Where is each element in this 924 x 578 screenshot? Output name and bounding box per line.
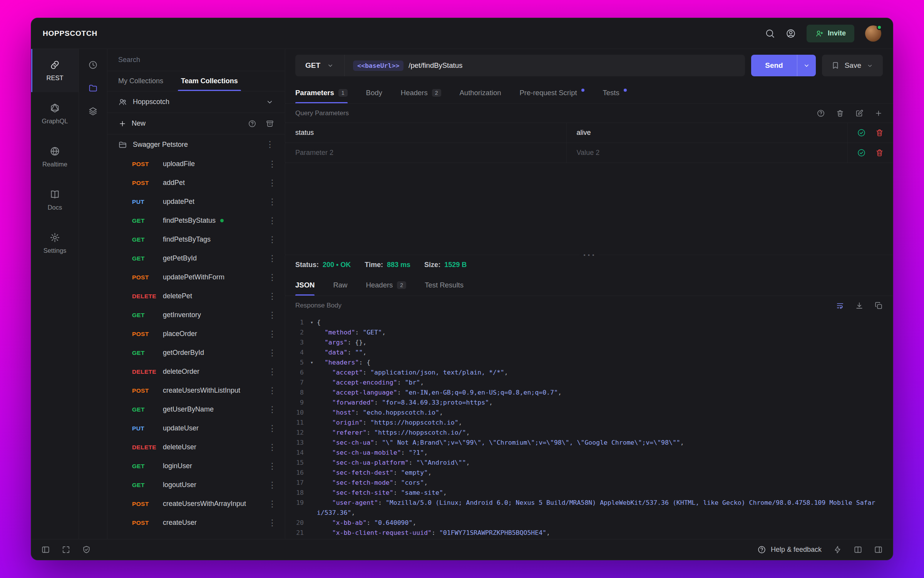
send-button[interactable]: Send bbox=[751, 55, 797, 76]
request-item[interactable]: POST createUser bbox=[107, 513, 285, 532]
request-item[interactable]: GET getPetById bbox=[107, 249, 285, 268]
nav-item-docs[interactable]: Docs bbox=[31, 178, 79, 222]
more-options-icon[interactable] bbox=[265, 386, 280, 395]
request-item[interactable]: GET findPetsByStatus bbox=[107, 211, 285, 230]
request-item[interactable]: GET logoutUser bbox=[107, 476, 285, 494]
more-options-icon[interactable] bbox=[265, 462, 280, 470]
download-icon[interactable] bbox=[855, 301, 864, 310]
tab-my-collections[interactable]: My Collections bbox=[118, 71, 163, 91]
team-selector[interactable]: Hoppscotch bbox=[107, 91, 285, 113]
more-options-icon[interactable] bbox=[263, 140, 277, 149]
pane-resizer[interactable] bbox=[285, 255, 893, 255]
toggle-parameter-icon[interactable] bbox=[857, 148, 866, 157]
nav-item-rest[interactable]: REST bbox=[31, 49, 79, 92]
save-button[interactable]: Save bbox=[822, 55, 883, 76]
toggle-sidebar-button[interactable] bbox=[41, 545, 50, 554]
wrap-lines-icon[interactable] bbox=[836, 301, 844, 310]
request-item[interactable]: GET getOrderById bbox=[107, 343, 285, 362]
request-item[interactable]: GET findPetsByTags bbox=[107, 230, 285, 249]
request-item[interactable]: PUT updateUser bbox=[107, 419, 285, 438]
toggle-parameter-icon[interactable] bbox=[857, 128, 866, 137]
tab-headers[interactable]: Headers 2 bbox=[401, 82, 441, 103]
app-logo[interactable]: HOPPSCOTCH bbox=[43, 29, 97, 38]
layout-split-button[interactable] bbox=[854, 545, 862, 554]
toggle-right-panel-button[interactable] bbox=[874, 545, 883, 554]
base-url-chip[interactable]: <<baseUrl>> bbox=[353, 60, 403, 71]
trash-icon[interactable] bbox=[836, 109, 844, 118]
tab-test-results[interactable]: Test Results bbox=[425, 274, 464, 296]
more-options-icon[interactable] bbox=[265, 273, 280, 282]
more-options-icon[interactable] bbox=[265, 292, 280, 301]
request-item[interactable]: GET getUserByName bbox=[107, 400, 285, 419]
request-item[interactable]: DELETE deleteUser bbox=[107, 438, 285, 457]
interceptor-button[interactable] bbox=[82, 545, 91, 554]
send-options-button[interactable] bbox=[797, 55, 816, 76]
request-item[interactable]: GET loginUser bbox=[107, 457, 285, 476]
more-options-icon[interactable] bbox=[265, 235, 280, 244]
tab-body[interactable]: Body bbox=[366, 82, 382, 103]
nav-item-realtime[interactable]: Realtime bbox=[31, 135, 79, 178]
tab-raw[interactable]: Raw bbox=[333, 274, 347, 296]
more-options-icon[interactable] bbox=[265, 198, 280, 206]
edit-icon[interactable] bbox=[855, 109, 864, 118]
method-selector[interactable]: GET bbox=[295, 55, 345, 76]
collection-folder-partial[interactable] bbox=[107, 532, 285, 539]
tab-team-collections[interactable]: Team Collections bbox=[181, 71, 238, 91]
delete-parameter-icon[interactable] bbox=[875, 128, 884, 137]
tab-parameters[interactable]: Parameters 1 bbox=[295, 82, 348, 103]
request-item[interactable]: PUT updatePet bbox=[107, 192, 285, 211]
request-item[interactable]: POST placeOrder bbox=[107, 324, 285, 343]
more-options-icon[interactable] bbox=[265, 481, 280, 489]
request-item[interactable]: DELETE deleteOrder bbox=[107, 362, 285, 381]
more-options-icon[interactable] bbox=[265, 254, 280, 263]
add-parameter-icon[interactable] bbox=[874, 109, 883, 118]
more-options-icon[interactable] bbox=[265, 311, 280, 319]
new-collection-button[interactable]: New bbox=[118, 119, 146, 128]
parameter-value-input[interactable] bbox=[577, 129, 838, 137]
tab-authorization[interactable]: Authorization bbox=[460, 82, 501, 103]
more-options-icon[interactable] bbox=[265, 500, 280, 508]
request-item[interactable]: POST updatePetWithForm bbox=[107, 268, 285, 287]
collection-folder[interactable]: Swagger Petstore bbox=[107, 134, 285, 155]
invite-button[interactable]: Invite bbox=[807, 25, 854, 42]
request-item[interactable]: POST addPet bbox=[107, 173, 285, 192]
resizer-grip[interactable] bbox=[579, 252, 598, 258]
request-item[interactable]: POST uploadFile bbox=[107, 155, 285, 173]
help-circle-icon[interactable] bbox=[817, 109, 825, 118]
url-input[interactable]: <<baseUrl>> /pet/findByStatus bbox=[345, 55, 745, 76]
more-options-icon[interactable] bbox=[265, 368, 280, 376]
nav-item-settings[interactable]: Settings bbox=[31, 222, 79, 265]
more-options-icon[interactable] bbox=[265, 424, 280, 433]
collection-search-input[interactable] bbox=[118, 56, 274, 64]
shortcuts-button[interactable] bbox=[833, 545, 842, 554]
account-button[interactable] bbox=[786, 29, 796, 39]
tab-json[interactable]: JSON bbox=[295, 274, 315, 296]
help-circle-icon[interactable] bbox=[248, 119, 256, 128]
request-item[interactable]: POST createUsersWithArrayInput bbox=[107, 494, 285, 513]
parameter-key-input[interactable] bbox=[295, 149, 556, 157]
copy-icon[interactable] bbox=[874, 301, 883, 310]
environments-tab[interactable] bbox=[84, 101, 102, 121]
request-item[interactable]: DELETE deletePet bbox=[107, 287, 285, 306]
search-button[interactable] bbox=[765, 29, 775, 39]
nav-item-graphql[interactable]: GraphQL bbox=[31, 92, 79, 135]
tab-pre-request-script[interactable]: Pre-request Script bbox=[519, 82, 584, 103]
expand-button[interactable] bbox=[62, 545, 70, 554]
collections-tab[interactable] bbox=[84, 78, 102, 97]
response-code[interactable]: 1{2 "method": "GET",3 "args": {},4 "data… bbox=[285, 315, 893, 539]
tab-response-headers[interactable]: Headers 2 bbox=[366, 274, 406, 296]
request-item[interactable]: GET getInventory bbox=[107, 306, 285, 324]
parameter-key-input[interactable] bbox=[295, 129, 556, 137]
help-feedback-button[interactable]: Help & feedback bbox=[757, 545, 822, 554]
archive-icon[interactable] bbox=[266, 119, 274, 128]
more-options-icon[interactable] bbox=[265, 349, 280, 357]
more-options-icon[interactable] bbox=[265, 217, 280, 225]
more-options-icon[interactable] bbox=[265, 405, 280, 414]
history-tab[interactable] bbox=[84, 55, 102, 74]
more-options-icon[interactable] bbox=[265, 179, 280, 187]
more-options-icon[interactable] bbox=[265, 443, 280, 452]
more-options-icon[interactable] bbox=[265, 519, 280, 527]
more-options-icon[interactable] bbox=[265, 330, 280, 338]
delete-parameter-icon[interactable] bbox=[875, 148, 884, 157]
more-options-icon[interactable] bbox=[265, 160, 280, 168]
